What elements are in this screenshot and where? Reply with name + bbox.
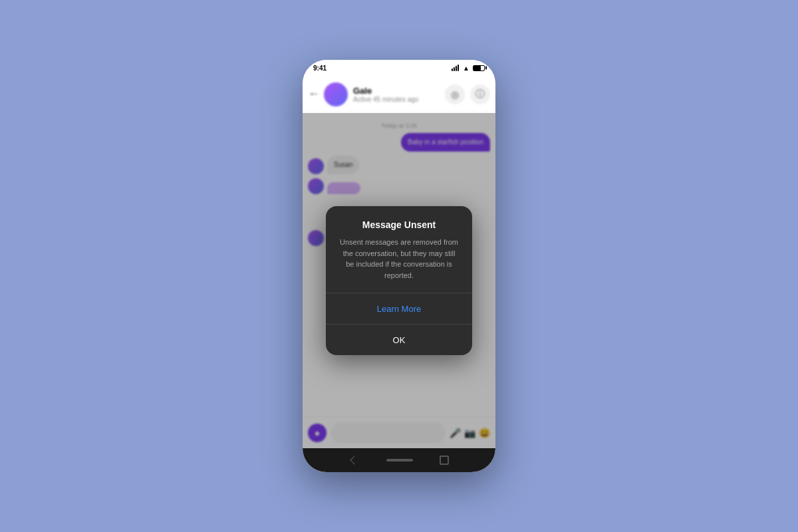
message-unsent-dialog: Message Unsent Unsent messages are remov…	[326, 206, 472, 355]
status-time: 9:41	[313, 65, 327, 72]
dialog-title: Message Unsent	[338, 219, 460, 230]
contact-name: Gale	[353, 86, 445, 96]
home-nav-pill[interactable]	[386, 459, 413, 462]
contact-status: Active 45 minutes ago	[353, 96, 445, 103]
android-nav-bar	[303, 448, 495, 472]
wifi-icon: ▲	[463, 65, 469, 72]
recent-nav-icon[interactable]	[440, 456, 449, 465]
learn-more-label: Learn More	[377, 304, 421, 314]
phone-frame: 9:41 ▲ ← Gale Active 45 minutes ago ◎ ⓘ	[303, 60, 495, 472]
dialog-overlay: Message Unsent Unsent messages are remov…	[303, 113, 495, 448]
ok-label: OK	[393, 335, 406, 345]
dialog-content: Message Unsent Unsent messages are remov…	[326, 206, 472, 281]
back-nav-icon[interactable]	[350, 456, 359, 465]
info-button[interactable]: ⓘ	[470, 84, 490, 104]
back-icon[interactable]: ←	[308, 87, 320, 101]
status-icons: ▲	[452, 65, 485, 72]
header-info: Gale Active 45 minutes ago	[353, 86, 445, 103]
video-call-button[interactable]: ◎	[445, 84, 465, 104]
header-actions: ◎ ⓘ	[445, 84, 490, 104]
status-bar: 9:41 ▲	[303, 60, 495, 76]
learn-more-button[interactable]: Learn More	[326, 293, 472, 325]
dialog-body: Unsent messages are removed from the con…	[338, 237, 460, 281]
ok-button[interactable]: OK	[326, 325, 472, 355]
contact-avatar	[324, 82, 348, 106]
battery-icon	[473, 65, 485, 71]
app-header: ← Gale Active 45 minutes ago ◎ ⓘ	[303, 76, 495, 113]
signal-icon	[452, 65, 461, 71]
